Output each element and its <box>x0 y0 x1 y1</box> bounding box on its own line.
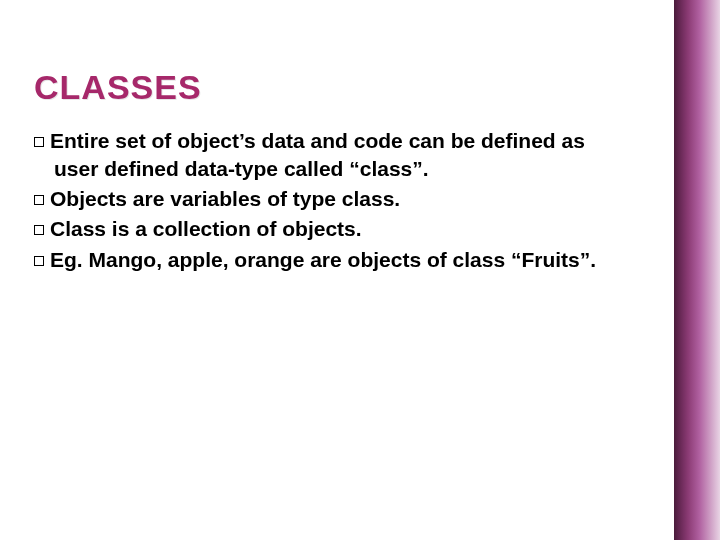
bullet-text: Class is a collection of objects. <box>50 217 362 240</box>
bullet-text: Eg. Mango, apple, orange are objects of … <box>50 248 596 271</box>
bullet-list: Entire set of object’s data and code can… <box>34 127 632 274</box>
square-bullet-icon <box>34 225 44 235</box>
list-item: Entire set of object’s data and code can… <box>34 127 632 183</box>
page-title: CLASSES <box>34 68 632 107</box>
square-bullet-icon <box>34 256 44 266</box>
slide-content: CLASSES Entire set of object’s data and … <box>0 0 660 276</box>
list-item: Objects are variables of type class. <box>34 185 632 213</box>
list-item: Eg. Mango, apple, orange are objects of … <box>34 246 632 274</box>
square-bullet-icon <box>34 137 44 147</box>
side-gradient-accent <box>674 0 720 540</box>
square-bullet-icon <box>34 195 44 205</box>
list-item: Class is a collection of objects. <box>34 215 632 243</box>
bullet-text: Objects are variables of type class. <box>50 187 400 210</box>
bullet-text: Entire set of object’s data and code can… <box>50 129 585 180</box>
